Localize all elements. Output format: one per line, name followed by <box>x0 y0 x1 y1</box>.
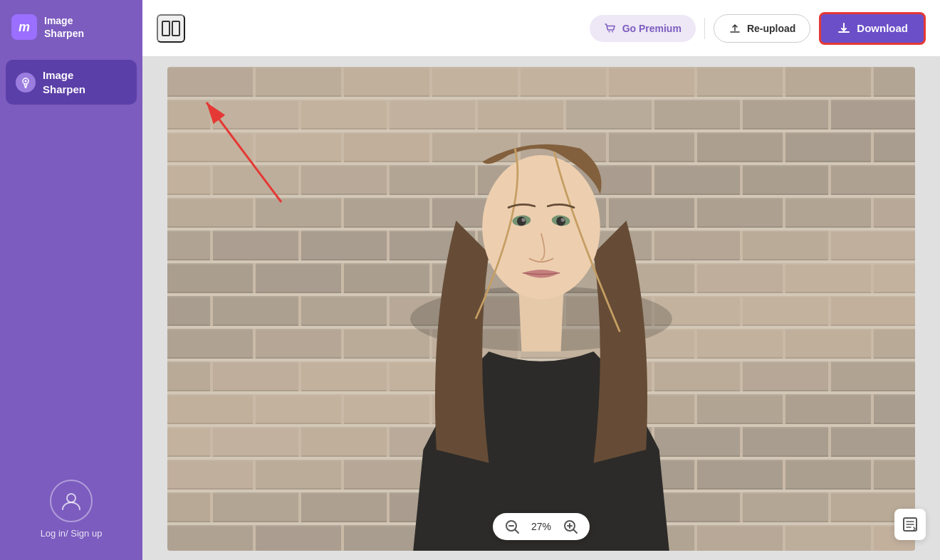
notes-button[interactable] <box>894 509 926 540</box>
svg-rect-3 <box>162 21 169 36</box>
nav-section: Image Sharpen <box>0 54 142 110</box>
notes-icon <box>902 516 919 533</box>
sidebar-item-label: Image Sharpen <box>43 68 85 96</box>
reupload-label: Re-upload <box>747 23 795 34</box>
compare-button[interactable] <box>157 14 185 43</box>
logo-icon: m <box>11 14 37 40</box>
main-content: Go Premium Re-upload Download <box>142 0 940 560</box>
download-button[interactable]: Download <box>819 12 926 45</box>
header: Go Premium Re-upload Download <box>142 0 940 57</box>
header-right: Go Premium Re-upload Download <box>590 12 926 45</box>
svg-point-5 <box>608 31 610 32</box>
svg-point-6 <box>612 31 613 32</box>
image-sharpen-nav-icon <box>16 73 36 93</box>
logo-text: Image Sharpen <box>44 14 84 40</box>
user-login-label[interactable]: Log in/ Sign up <box>41 528 103 539</box>
zoom-out-icon <box>504 519 520 534</box>
avatar[interactable] <box>50 480 93 522</box>
zoom-out-button[interactable] <box>504 519 520 534</box>
reupload-button[interactable]: Re-upload <box>714 14 810 43</box>
user-section: Log in/ Sign up <box>41 480 103 539</box>
compare-icon <box>161 19 181 38</box>
header-divider <box>704 18 705 39</box>
svg-point-2 <box>67 494 75 502</box>
zoom-in-icon <box>563 519 578 534</box>
canvas-area: 27% <box>142 57 940 560</box>
go-premium-label: Go Premium <box>622 23 682 34</box>
go-premium-button[interactable]: Go Premium <box>590 15 696 42</box>
logo-area: m Image Sharpen <box>0 0 142 54</box>
sidebar-item-image-sharpen[interactable]: Image Sharpen <box>6 60 137 105</box>
download-icon <box>837 21 851 36</box>
zoom-level: 27% <box>528 521 554 532</box>
sidebar: m Image Sharpen Image Sharpen <box>0 0 142 560</box>
zoom-in-button[interactable] <box>563 519 578 534</box>
svg-point-1 <box>25 80 27 82</box>
image-display <box>167 67 915 551</box>
cart-icon <box>604 22 617 35</box>
upload-icon <box>728 22 741 35</box>
zoom-controls: 27% <box>493 513 590 540</box>
image-canvas <box>167 67 915 551</box>
download-label: Download <box>857 22 908 34</box>
svg-rect-4 <box>172 21 179 36</box>
header-left <box>157 14 185 43</box>
